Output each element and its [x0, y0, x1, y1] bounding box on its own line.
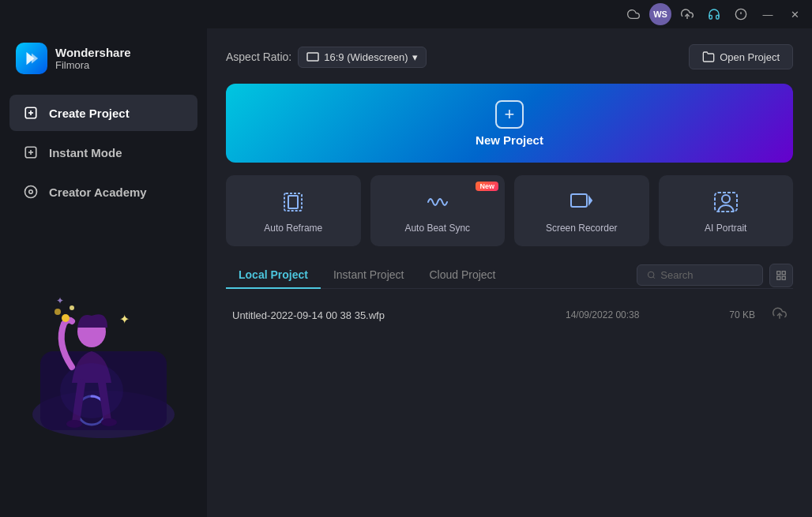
- ai-portrait-label: AI Portrait: [705, 223, 746, 234]
- new-badge: New: [476, 182, 498, 191]
- aspect-ratio-value: 16:9 (Widescreen): [324, 51, 408, 63]
- new-project-plus-icon: +: [495, 100, 524, 129]
- project-name: Untitled-2022-09-14 00 38 35.wfp: [232, 309, 566, 321]
- content-area: Aspect Ratio: 16:9 (Widescreen) ▾ Open P…: [207, 28, 812, 517]
- svg-rect-36: [782, 276, 785, 279]
- titlebar: WS — ✕: [0, 0, 812, 28]
- project-list: Untitled-2022-09-14 00 38 35.wfp 14/09/2…: [226, 298, 793, 501]
- aspect-ratio-label: Aspect Ratio:: [226, 51, 291, 63]
- creator-academy-icon: [22, 183, 39, 200]
- svg-rect-24: [307, 53, 318, 61]
- sidebar-illustration: ✦ ✦: [0, 216, 207, 517]
- aspect-ratio-selector: Aspect Ratio: 16:9 (Widescreen) ▾: [226, 47, 427, 68]
- upload-icon[interactable]: [676, 3, 698, 25]
- instant-mode-icon: [22, 144, 39, 161]
- auto-reframe-label: Auto Reframe: [264, 223, 322, 234]
- create-project-label: Create Project: [49, 107, 130, 120]
- minimize-button[interactable]: —: [757, 3, 779, 25]
- main-layout: Wondershare Filmora Create Project Insta…: [0, 28, 812, 517]
- tool-card-auto-beat-sync[interactable]: New Auto Beat Sync: [370, 175, 506, 246]
- instant-mode-label: Instant Mode: [49, 146, 122, 159]
- svg-point-16: [55, 309, 61, 315]
- logo-title: Wondershare: [55, 46, 131, 59]
- ai-portrait-icon: [713, 188, 739, 216]
- svg-rect-35: [777, 276, 780, 279]
- svg-point-10: [25, 186, 37, 198]
- screen-recorder-label: Screen Recorder: [546, 223, 618, 234]
- svg-rect-27: [571, 194, 587, 207]
- create-project-icon: [22, 104, 39, 122]
- header-row: Aspect Ratio: 16:9 (Widescreen) ▾ Open P…: [226, 44, 793, 69]
- open-project-button[interactable]: Open Project: [689, 44, 793, 69]
- svg-point-31: [648, 272, 654, 278]
- search-input[interactable]: [660, 269, 753, 281]
- sidebar-item-creator-academy[interactable]: Creator Academy: [9, 174, 197, 210]
- dropdown-chevron-icon: ▾: [412, 51, 418, 63]
- screen-recorder-icon: [569, 188, 594, 216]
- auto-beat-sync-label: Auto Beat Sync: [404, 223, 470, 234]
- tab-instant-project[interactable]: Instant Project: [321, 262, 417, 289]
- auto-beat-sync-icon: [425, 188, 450, 216]
- new-project-label: New Project: [476, 133, 543, 147]
- table-row[interactable]: Untitled-2022-09-14 00 38 35.wfp 14/09/2…: [226, 298, 793, 332]
- svg-text:✦: ✦: [119, 313, 130, 326]
- tool-card-screen-recorder[interactable]: Screen Recorder: [514, 175, 649, 246]
- svg-point-23: [60, 363, 123, 418]
- svg-rect-34: [782, 271, 785, 274]
- svg-line-32: [653, 277, 655, 279]
- svg-rect-33: [777, 271, 780, 274]
- tab-local-project[interactable]: Local Project: [226, 262, 321, 289]
- sidebar-item-instant-mode[interactable]: Instant Mode: [9, 134, 197, 170]
- svg-rect-26: [288, 196, 298, 208]
- user-avatar-icon[interactable]: WS: [649, 3, 671, 25]
- sidebar-item-create-project[interactable]: Create Project: [9, 95, 197, 131]
- headphone-icon[interactable]: [703, 3, 725, 25]
- logo-area: Wondershare Filmora: [0, 28, 207, 88]
- svg-point-22: [101, 418, 117, 426]
- auto-reframe-icon: [280, 188, 306, 216]
- project-date: 14/09/2022 00:38: [566, 309, 692, 320]
- cloud-icon[interactable]: [622, 3, 645, 25]
- project-size: 70 KB: [692, 309, 755, 320]
- tool-card-ai-portrait[interactable]: AI Portrait: [659, 175, 794, 246]
- open-project-label: Open Project: [720, 51, 780, 63]
- logo-text: Wondershare Filmora: [55, 46, 131, 71]
- tab-actions: [637, 264, 793, 287]
- new-project-banner[interactable]: + New Project: [226, 84, 793, 163]
- logo-subtitle: Filmora: [55, 59, 131, 71]
- info-icon[interactable]: [730, 3, 752, 25]
- tool-cards: Auto Reframe New Auto Beat Sync: [226, 175, 793, 246]
- tab-cloud-project[interactable]: Cloud Project: [416, 262, 508, 289]
- grid-icon: [776, 270, 787, 281]
- svg-point-15: [62, 314, 70, 322]
- titlebar-icons: WS — ✕: [622, 3, 806, 25]
- app-logo: [16, 43, 47, 74]
- search-box[interactable]: [637, 264, 763, 286]
- svg-text:✦: ✦: [56, 295, 64, 306]
- upload-icon: [773, 306, 787, 324]
- svg-point-29: [722, 195, 730, 203]
- project-upload-button[interactable]: [755, 306, 787, 324]
- svg-point-21: [66, 420, 82, 428]
- grid-view-button[interactable]: [769, 264, 793, 287]
- creator-academy-label: Creator Academy: [49, 185, 147, 199]
- nav-items: Create Project Instant Mode Creator Acad…: [0, 88, 207, 216]
- tool-card-auto-reframe[interactable]: Auto Reframe: [226, 175, 361, 246]
- project-tabs: Local Project Instant Project Cloud Proj…: [226, 262, 793, 289]
- svg-point-17: [70, 305, 74, 310]
- close-button[interactable]: ✕: [784, 3, 806, 25]
- sidebar: Wondershare Filmora Create Project Insta…: [0, 28, 207, 517]
- svg-point-11: [29, 190, 33, 194]
- svg-marker-28: [589, 197, 592, 204]
- aspect-ratio-dropdown[interactable]: 16:9 (Widescreen) ▾: [298, 47, 427, 68]
- search-icon: [647, 270, 656, 280]
